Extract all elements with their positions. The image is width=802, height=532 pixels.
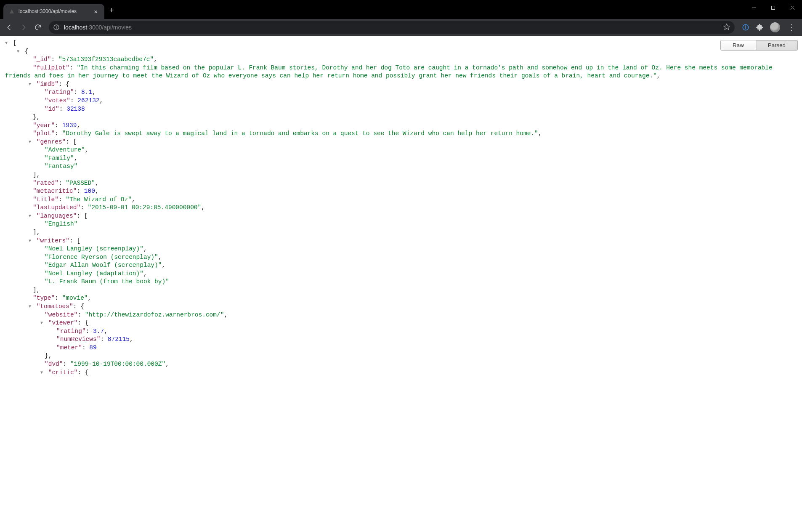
disclosure-icon[interactable]: ▼ — [29, 82, 33, 88]
browser-titlebar: localhost:3000/api/movies × + — [0, 0, 802, 19]
disclosure-icon[interactable]: ▼ — [17, 49, 21, 55]
disclosure-icon[interactable]: ▼ — [29, 213, 33, 219]
url-path: /api/movies — [102, 24, 132, 31]
disclosure-icon[interactable]: ▼ — [40, 370, 45, 376]
disclosure-icon[interactable]: ▼ — [29, 139, 33, 145]
tab-favicon-icon — [8, 8, 15, 15]
bookmark-star-icon[interactable] — [723, 23, 730, 32]
extensions-icon[interactable] — [754, 21, 766, 33]
parsed-button[interactable]: Parsed — [756, 40, 797, 50]
profile-avatar[interactable] — [770, 22, 780, 32]
tab-title: localhost:3000/api/movies — [19, 8, 77, 14]
window-maximize-icon[interactable] — [763, 0, 783, 15]
new-tab-button[interactable]: + — [109, 6, 114, 15]
window-close-icon[interactable] — [783, 0, 802, 15]
raw-button[interactable]: Raw — [721, 40, 756, 50]
svg-rect-2 — [771, 6, 775, 9]
url-port: :3000 — [87, 24, 102, 31]
reload-button[interactable] — [32, 21, 44, 33]
disclosure-icon[interactable]: ▼ — [29, 304, 33, 310]
url-host: localhost — [64, 24, 87, 31]
svg-marker-0 — [10, 9, 14, 13]
close-tab-icon[interactable]: × — [92, 8, 99, 15]
svg-marker-8 — [724, 24, 730, 29]
back-button[interactable] — [3, 21, 15, 33]
forward-button[interactable] — [18, 21, 29, 33]
address-bar[interactable]: localhost:3000/api/movies — [49, 21, 735, 34]
browser-tab[interactable]: localhost:3000/api/movies × — [3, 4, 104, 19]
json-tree: ▼ [▼ {"_id": "573a1393f29313caabcdbe7c",… — [0, 36, 802, 394]
svg-point-7 — [56, 26, 57, 27]
browser-menu-icon[interactable]: ⋮ — [784, 23, 799, 32]
site-info-icon[interactable] — [53, 24, 60, 31]
json-viewer-toggle: Raw Parsed — [720, 40, 798, 51]
disclosure-icon[interactable]: ▼ — [29, 238, 33, 244]
disclosure-icon[interactable]: ▼ — [5, 40, 9, 46]
window-minimize-icon[interactable] — [744, 0, 763, 15]
extension-1-icon[interactable] — [740, 21, 752, 33]
disclosure-icon[interactable]: ▼ — [40, 320, 45, 326]
page-content: Raw Parsed ▼ [▼ {"_id": "573a1393f29313c… — [0, 36, 802, 532]
browser-toolbar: localhost:3000/api/movies ⋮ — [0, 19, 802, 36]
